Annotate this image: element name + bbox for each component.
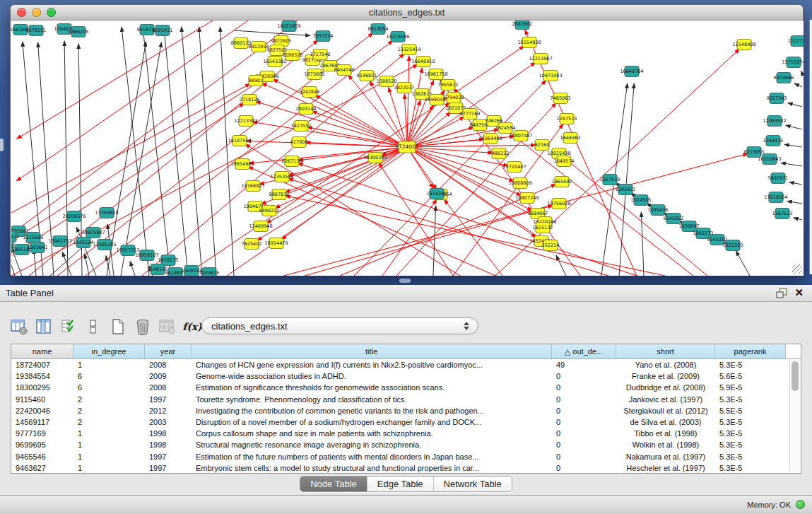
table-cell: 9115460 [11,394,73,405]
table-cell: 9465546 [11,451,73,462]
table-row[interactable]: 911546021997Tourette syndrome. Phenomeno… [11,394,801,405]
graph-node-label: 1362615 [412,91,433,97]
table-cell: 2003 [145,416,192,428]
graph-node-label: 17016504 [764,194,787,200]
graph-node-label: 1646363 [560,135,581,141]
graph-node-label: 2718126 [240,97,260,103]
table-tabs: Node TableEdge TableNetwork Table [0,476,812,492]
table-cell: 0 [552,405,616,416]
graph-node-label: 12213383 [234,118,257,124]
network-canvas[interactable]: 1724007886012389129549822605982750581863… [11,21,804,276]
graph-node-label: 1095426 [648,207,669,213]
tab-node-table[interactable]: Node Table [300,477,367,491]
table-mode-icon[interactable] [10,317,28,337]
graph-node-label: 62160 [535,142,550,148]
graph-node-label: 16961758 [424,71,447,77]
column-header-out_de[interactable]: △ out_de... [552,344,616,358]
table-panel: Table Panel ✕ [0,285,812,495]
table-cell: 1 [73,428,145,439]
column-header-pagerank[interactable]: pagerank [715,344,786,358]
network-window[interactable]: citations_edges.txt 17240078860123891295… [10,4,804,276]
table-row[interactable]: 1456911722003Disruption of a novel membe… [11,416,801,428]
delete-column-icon[interactable] [134,317,152,337]
table-cell: 0 [552,462,616,473]
table-cell: 1 [73,359,145,370]
network-window-titlebar[interactable]: citations_edges.txt [11,5,803,21]
table-cell: 5.9E-5 [715,382,786,393]
graph-node-label: 9378151 [26,28,47,33]
tab-edge-table[interactable]: Edge Table [367,477,434,491]
table-cell: 14569117 [11,416,73,428]
graph-node-label: 1649574 [554,158,575,164]
memory-ok-icon [796,500,805,509]
graph-node-label: 1145194 [73,240,94,245]
scrollbar-thumb[interactable] [792,361,799,391]
float-panel-icon[interactable] [776,288,788,301]
graph-node-label: 12353594 [270,174,293,180]
graph-node-label: 1514345 [427,191,447,197]
table-cell: 18300295 [11,382,73,393]
table-cell: de Silva et al. (2003) [616,416,715,428]
graph-node-label: 8498222 [259,208,280,214]
collapsed-panel-handle[interactable] [0,139,4,151]
table-cell: 5.3E-5 [715,428,786,439]
table-scrollbar[interactable] [789,360,800,472]
graph-node-label: 3915411 [11,234,19,240]
column-header-short[interactable]: short [616,344,715,358]
table-selector-dropdown[interactable]: citations_edges.txt [201,317,478,334]
table-row[interactable]: 1938455462009Genome-wide association stu… [11,370,801,382]
background-window-edge[interactable] [809,20,812,274]
table-cell: 2 [73,416,145,428]
graph-node-label: 19756928 [547,201,570,206]
table-row[interactable]: 946362711997Embryonic stem cells: a mode… [11,462,801,473]
close-panel-icon[interactable]: ✕ [794,286,804,299]
table-cell: 0 [552,428,616,439]
graph-node-label: 15720487 [502,164,526,170]
column-header-title[interactable]: title [192,344,552,358]
column-header-year[interactable]: year [145,344,192,358]
table-cell: 1 [73,462,145,473]
graph-node-label: 417008 [290,139,308,145]
show-columns-icon[interactable] [35,317,53,337]
table-panel-header: Table Panel ✕ [0,285,812,302]
graph-node-label: 1924505 [631,197,652,203]
table-cell: 0 [552,370,616,382]
table-row[interactable]: 2242004622012Investigating the contribut… [11,405,801,416]
graph-node-label: 98901 [249,78,264,83]
table-row[interactable]: 1872400712008Changes of HCN gene express… [11,359,801,370]
tab-network-table[interactable]: Network Table [434,477,512,491]
select-rows-icon[interactable] [59,317,78,337]
table-toolbar: f(x) [10,315,201,339]
column-list-icon[interactable] [84,317,102,337]
delete-table-icon[interactable] [158,317,177,337]
graph-node-label: 16958107 [135,252,158,258]
table-cell: 9699695 [11,439,73,450]
table-row[interactable]: 977716911998Corpus callosum shape and si… [11,428,801,439]
node-table: namein_degreeyeartitle△ out_de...shortpa… [11,344,801,474]
graph-node-label: 30975887 [81,230,105,235]
column-header-in_degree[interactable]: in_degree [73,344,145,358]
graph-node-label: 1588520 [377,78,397,84]
table-cell: Structural magnetic resonance image aver… [192,439,552,450]
window-resize-grip[interactable] [792,264,802,274]
graph-node-label: 8267130 [282,158,302,164]
function-builder-icon[interactable]: f(x) [183,317,201,337]
create-column-icon[interactable] [109,317,127,337]
table-row[interactable]: 946554611997Estimation of the future num… [11,451,801,462]
table-cell: 2008 [145,359,192,370]
table-cell: 5.6E-5 [715,370,786,382]
split-pane-divider[interactable] [399,279,411,283]
table-row[interactable]: 969969511998Structural magnetic resonanc… [11,439,801,450]
table-cell: 5.5E-5 [715,405,786,416]
cytoscape-app: citations_edges.txt 17240078860123891295… [0,0,812,514]
table-cell: 5.3E-5 [715,462,786,473]
graph-node-label: 19218586 [386,34,409,40]
graph-node-label: 8186328 [283,52,303,58]
citation-network-graph[interactable]: 1724007886012389129549822605982750581863… [11,21,804,276]
table-panel-title: Table Panel [6,288,54,298]
table-row[interactable]: 1830029562008Estimation of significance … [11,382,801,393]
graph-node-label: 8215953 [744,149,765,155]
graph-node-label: 9245052 [664,216,684,221]
graph-node-label: 20206576 [62,214,86,219]
column-header-name[interactable]: name [11,344,73,358]
